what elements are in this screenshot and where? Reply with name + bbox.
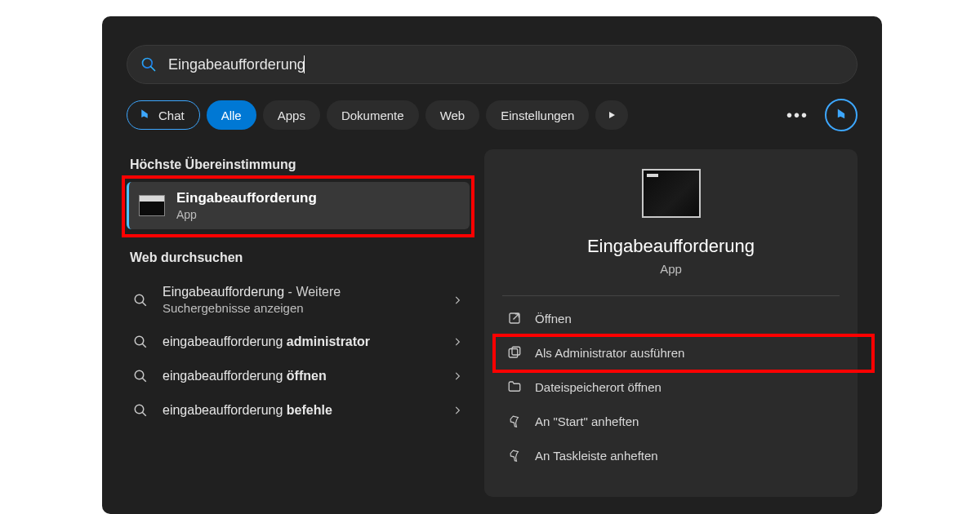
app-preview: Eingabeaufforderung App	[502, 169, 840, 276]
play-icon	[607, 110, 617, 120]
text-caret	[304, 55, 305, 73]
folder-icon	[507, 379, 522, 394]
filter-apps-label: Apps	[278, 109, 305, 122]
svg-line-1	[151, 67, 155, 71]
search-bar[interactable]: Eingabeaufforderung	[127, 45, 858, 84]
web-search-header: Web durchsuchen	[130, 250, 466, 265]
web-result-text: Eingabeaufforderung - Weitere Suchergebn…	[163, 285, 452, 315]
bing-icon	[833, 107, 849, 123]
cmd-thumbnail-icon	[139, 195, 165, 216]
web-result-text: eingabeaufforderung administrator	[163, 335, 452, 349]
filter-einstellungen-label: Einstellungen	[501, 109, 574, 122]
svg-point-8	[135, 405, 144, 414]
filter-alle[interactable]: Alle	[207, 100, 256, 130]
bing-chat-button[interactable]	[825, 99, 858, 131]
action-pin-taskbar[interactable]: An Taskleiste anheften	[502, 438, 840, 472]
svg-line-5	[142, 343, 146, 348]
svg-line-9	[142, 412, 146, 416]
divider	[502, 295, 840, 296]
app-title: Eingabeaufforderung	[587, 236, 755, 257]
web-result-item[interactable]: eingabeaufforderung administrator	[127, 325, 470, 359]
action-label: Dateispeicherort öffnen	[535, 380, 662, 394]
action-label: An Taskleiste anheften	[535, 449, 658, 463]
chevron-right-icon	[452, 336, 463, 348]
action-label: Öffnen	[535, 312, 572, 326]
svg-point-4	[135, 336, 144, 345]
svg-rect-11	[509, 349, 518, 358]
details-column: Eingabeaufforderung App Öffnen Als Admin…	[484, 149, 858, 497]
action-label: Als Administrator ausführen	[535, 346, 684, 360]
app-subtitle: App	[660, 262, 682, 276]
svg-line-7	[142, 378, 146, 382]
web-result-item[interactable]: eingabeaufforderung befehle	[127, 393, 470, 428]
best-match-subtitle: App	[176, 208, 317, 221]
web-result-text: eingabeaufforderung öffnen	[163, 369, 452, 383]
filter-chat[interactable]: Chat	[127, 100, 200, 130]
search-input[interactable]: Eingabeaufforderung	[168, 56, 305, 73]
search-icon	[133, 403, 148, 418]
search-panel: Eingabeaufforderung Chat Alle Apps Dokum…	[102, 16, 882, 514]
filter-web[interactable]: Web	[425, 100, 480, 130]
svg-point-2	[135, 295, 144, 304]
action-pin-start[interactable]: An "Start" anheften	[502, 404, 840, 438]
svg-point-6	[135, 370, 144, 379]
filter-web-label: Web	[440, 109, 466, 122]
filter-dokumente[interactable]: Dokumente	[327, 100, 419, 130]
search-icon	[133, 335, 148, 349]
search-icon	[140, 56, 157, 73]
search-icon	[133, 369, 148, 383]
filter-einstellungen[interactable]: Einstellungen	[486, 100, 589, 130]
more-button[interactable]: •••	[777, 106, 818, 125]
filter-dokumente-label: Dokumente	[341, 109, 404, 122]
action-list: Öffnen Als Administrator ausführen Datei…	[502, 301, 840, 472]
open-icon	[507, 311, 522, 326]
cmd-thumbnail-large-icon	[642, 169, 701, 218]
filter-apps[interactable]: Apps	[263, 100, 320, 130]
best-match-header: Höchste Übereinstimmung	[130, 157, 466, 172]
svg-line-3	[142, 302, 146, 306]
chevron-right-icon	[452, 295, 463, 306]
svg-rect-12	[512, 347, 520, 355]
action-label: An "Start" anheften	[535, 414, 639, 428]
web-result-item[interactable]: Eingabeaufforderung - Weitere Suchergebn…	[127, 275, 470, 325]
web-results-list: Eingabeaufforderung - Weitere Suchergebn…	[127, 275, 470, 428]
action-run-as-admin[interactable]: Als Administrator ausführen	[502, 335, 840, 370]
action-open-file-location[interactable]: Dateispeicherort öffnen	[502, 370, 840, 404]
chevron-right-icon	[452, 405, 463, 416]
chevron-right-icon	[452, 370, 463, 382]
pin-icon	[507, 414, 522, 428]
web-result-item[interactable]: eingabeaufforderung öffnen	[127, 359, 470, 393]
action-open[interactable]: Öffnen	[502, 301, 840, 335]
best-match-item[interactable]: Eingabeaufforderung App	[127, 182, 470, 229]
search-icon	[133, 293, 148, 308]
filter-next-arrow[interactable]	[595, 100, 628, 130]
filter-alle-label: Alle	[221, 109, 242, 122]
bing-chat-icon	[137, 108, 152, 122]
web-result-text: eingabeaufforderung befehle	[163, 403, 452, 418]
results-column: Höchste Übereinstimmung Eingabeaufforder…	[127, 149, 470, 497]
filter-row: Chat Alle Apps Dokumente Web Einstellung…	[127, 99, 858, 131]
pin-icon	[507, 448, 522, 463]
filter-chat-label: Chat	[158, 109, 185, 122]
admin-icon	[507, 345, 522, 360]
best-match-title: Eingabeaufforderung	[176, 190, 317, 206]
